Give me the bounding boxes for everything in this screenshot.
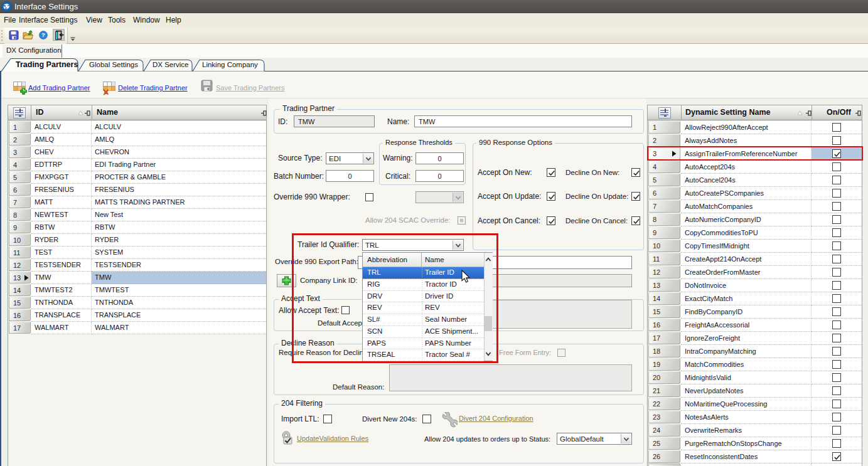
svg-text:?: ? [41, 31, 45, 38]
